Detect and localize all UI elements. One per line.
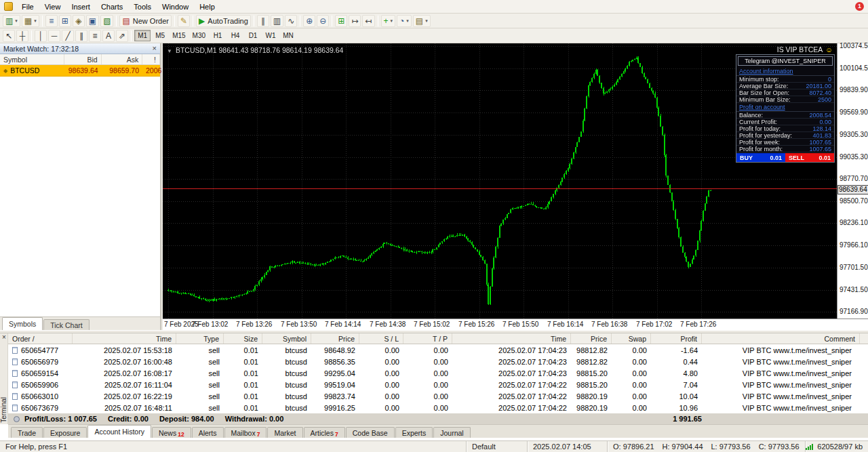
vertical-line-button[interactable]: │	[35, 30, 47, 42]
indicators-button[interactable]: +▾	[381, 15, 396, 27]
timeframe-w1[interactable]: W1	[262, 30, 279, 41]
order-row[interactable]: 6506599062025.02.07 16:11:04sell0.01btcu…	[8, 379, 868, 390]
notification-badge[interactable]: 1	[855, 2, 864, 11]
text-label-button[interactable]: A	[102, 30, 115, 42]
profiles-button[interactable]: ▦▾	[22, 15, 39, 27]
menu-file[interactable]: File	[16, 1, 39, 12]
market-watch-column-ask[interactable]: Ask	[102, 54, 142, 64]
zoom-out-button[interactable]: ⊖	[317, 15, 329, 27]
menu-insert[interactable]: Insert	[66, 1, 96, 12]
order-row[interactable]: 6506736792025.02.07 16:48:11sell0.01btcu…	[8, 402, 868, 413]
chart-candles-button[interactable]: ▥	[271, 15, 283, 27]
data-window-button[interactable]: ⊞	[59, 15, 71, 27]
zoom-in-button[interactable]: ⊕	[303, 15, 315, 27]
auto-scroll-button[interactable]: ↦	[349, 15, 361, 27]
navigator-button[interactable]: ◈	[73, 15, 85, 27]
terminal-tab-account-history[interactable]: Account History	[87, 425, 151, 438]
ea-info-panel: Telegram @INVEST_SNIPER Account informat…	[736, 54, 835, 163]
status-ohlcv-part: O: 97896.21	[613, 443, 654, 451]
fibonacci-button[interactable]: ≡	[89, 30, 101, 42]
menu-help[interactable]: Help	[194, 1, 220, 12]
column-header-open-price[interactable]: Price	[311, 333, 359, 344]
market-watch-column-bid[interactable]: Bid	[64, 54, 102, 64]
terminal-tab-market[interactable]: Market	[267, 427, 302, 438]
terminal-tab-trade[interactable]: Trade	[11, 427, 43, 438]
column-header-symbol[interactable]: Symbol	[262, 333, 311, 344]
menu-items: FileViewInsertChartsToolsWindowHelp	[16, 1, 220, 12]
time-axis[interactable]: 7 Feb 20257 Feb 13:027 Feb 13:267 Feb 13…	[163, 319, 868, 330]
column-header-order[interactable]: Order /	[8, 333, 73, 344]
column-header-sl[interactable]: S / L	[359, 333, 403, 344]
chart-bars-button[interactable]: ∥	[257, 15, 269, 27]
market-watch-tab-symbols[interactable]: Symbols	[2, 317, 43, 330]
terminal-tab-mailbox[interactable]: Mailbox7	[224, 427, 267, 438]
column-header-comment[interactable]: Comment	[702, 333, 860, 344]
terminal-tab-code-base[interactable]: Code Base	[346, 427, 395, 438]
menu-view[interactable]: View	[39, 1, 66, 12]
menu-tools[interactable]: Tools	[128, 1, 157, 12]
column-header-profit[interactable]: Profit	[651, 333, 702, 344]
new-order-button[interactable]: ▤New Order	[119, 15, 172, 27]
templates-button[interactable]: ▤▾	[413, 15, 431, 27]
tp-cell: 0.00	[403, 358, 452, 366]
column-header-close-time[interactable]: Time	[452, 333, 571, 344]
market-watch-column-spread[interactable]: !	[142, 54, 160, 64]
cursor-button[interactable]: ↖	[3, 30, 15, 42]
crosshair-button[interactable]: ┼	[16, 30, 28, 42]
equidistant-channel-button[interactable]: ∥	[75, 30, 87, 42]
column-header-tp[interactable]: T / P	[403, 333, 452, 344]
market-watch-tab-tick-chart[interactable]: Tick Chart	[43, 319, 89, 330]
autotrading-button[interactable]: ▶AutoTrading	[196, 15, 251, 27]
market-watch-close-icon[interactable]: ×	[153, 45, 157, 52]
sell-button[interactable]: SELL 0.01	[785, 153, 834, 162]
terminal-tab-exposure[interactable]: Exposure	[43, 427, 87, 438]
horizontal-line-button[interactable]: ─	[48, 30, 60, 42]
terminal-close-icon[interactable]: ×	[2, 334, 6, 341]
buy-button[interactable]: BUY 0.01	[736, 153, 785, 162]
metaeditor-button[interactable]: ✎	[178, 15, 190, 27]
market-watch-toggle-button[interactable]: ≡	[45, 15, 58, 27]
order-row[interactable]: 6506591542025.02.07 16:08:17sell0.01btcu…	[8, 367, 868, 379]
chart-area[interactable]: ▼BTCUSD,M1 98641.43 98718.76 98614.19 98…	[163, 43, 868, 330]
terminal-toggle-button[interactable]: ▣	[86, 15, 99, 27]
timeframe-h1[interactable]: H1	[210, 30, 226, 41]
terminal-tab-articles[interactable]: Articles7	[304, 427, 345, 438]
new-chart-button[interactable]: ▥▾	[3, 15, 20, 27]
timeframe-mn[interactable]: MN	[280, 30, 296, 41]
market-watch-column-symbol[interactable]: Symbol	[0, 54, 64, 64]
periods-button[interactable]: ◔▾	[397, 15, 412, 27]
column-header-type[interactable]: Type	[176, 333, 224, 344]
column-header-swap[interactable]: Swap	[612, 333, 651, 344]
status-profile[interactable]: Default	[467, 441, 528, 452]
timeframe-m30[interactable]: M30	[190, 30, 208, 41]
autotrading-smiley-icon[interactable]: ☺	[825, 45, 833, 54]
order-row[interactable]: 6506569792025.02.07 16:00:48sell0.01btcu…	[8, 356, 868, 367]
timeframe-m15[interactable]: M15	[170, 30, 188, 41]
timeframe-d1[interactable]: D1	[245, 30, 261, 41]
column-header-open-time[interactable]: Time	[73, 333, 176, 344]
order-cell: 650673679	[8, 404, 73, 412]
arrows-tool-button[interactable]: ⇗	[116, 30, 128, 42]
terminal-tab-alerts[interactable]: Alerts	[192, 427, 224, 438]
column-header-size[interactable]: Size	[224, 333, 262, 344]
terminal-tab-journal[interactable]: Journal	[433, 427, 470, 438]
order-row[interactable]: 6506630102025.02.07 16:22:19sell0.01btcu…	[8, 390, 868, 402]
chart-line-button[interactable]: ∿	[285, 15, 297, 27]
menu-window[interactable]: Window	[157, 1, 194, 12]
tile-windows-button[interactable]: ⊞	[335, 15, 347, 27]
price-axis[interactable]: 100374.50100104.5099839.9099569.9099305.…	[837, 43, 868, 319]
one-click-collapse-icon[interactable]: ▼	[167, 48, 172, 54]
ea-info-value: 128.14	[812, 125, 831, 131]
trendline-button[interactable]: ╱	[62, 30, 74, 42]
timeframe-m5[interactable]: M5	[152, 30, 168, 41]
column-header-close-price[interactable]: Price	[571, 333, 612, 344]
timeframe-h4[interactable]: H4	[227, 30, 243, 41]
terminal-tab-experts[interactable]: Experts	[395, 427, 433, 438]
menu-charts[interactable]: Charts	[96, 1, 128, 12]
terminal-tab-news[interactable]: News12	[152, 427, 191, 438]
strategy-tester-button[interactable]: ▧	[100, 15, 113, 27]
timeframe-m1[interactable]: M1	[134, 30, 151, 41]
order-row[interactable]: 6506547772025.02.07 15:53:18sell0.01btcu…	[8, 344, 868, 356]
chart-shift-button[interactable]: ↤	[362, 15, 374, 27]
market-watch-row[interactable]: ◆BTCUSD98639.6498659.702006	[0, 65, 160, 77]
